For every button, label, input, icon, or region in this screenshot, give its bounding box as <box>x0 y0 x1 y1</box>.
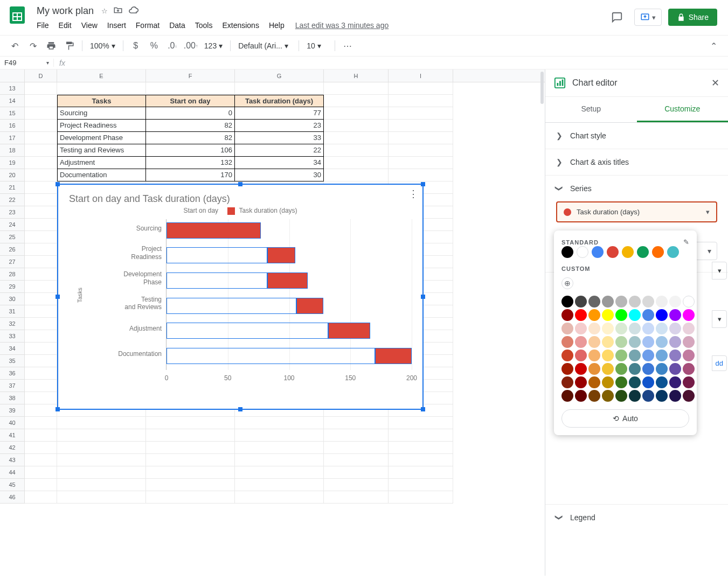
cell[interactable] <box>57 454 146 466</box>
cell[interactable] <box>25 355 57 367</box>
chart-menu-icon[interactable]: ⋮ <box>408 188 418 200</box>
cell[interactable] <box>389 107 453 120</box>
row-header[interactable]: 18 <box>0 144 25 157</box>
cell[interactable] <box>235 417 324 429</box>
color-swatch[interactable] <box>575 309 587 321</box>
cell[interactable]: 0 <box>146 107 235 120</box>
cell[interactable]: 77 <box>235 107 324 120</box>
row-header[interactable]: 34 <box>0 343 25 355</box>
cell[interactable] <box>324 417 389 429</box>
cell[interactable] <box>389 82 453 95</box>
add-button[interactable]: dd <box>712 355 727 371</box>
row-header[interactable]: 21 <box>0 181 25 194</box>
row-header[interactable]: 29 <box>0 281 25 293</box>
comments-icon[interactable] <box>606 6 628 28</box>
color-swatch[interactable] <box>561 376 573 388</box>
color-swatch[interactable] <box>656 309 668 321</box>
cell[interactable] <box>25 132 57 144</box>
color-swatch[interactable] <box>683 309 695 321</box>
cell[interactable] <box>57 466 146 479</box>
cell[interactable] <box>57 442 146 454</box>
color-swatch[interactable] <box>629 323 641 334</box>
percent-icon[interactable]: % <box>146 38 162 54</box>
row-header[interactable]: 45 <box>0 479 25 491</box>
color-swatch[interactable] <box>588 309 600 321</box>
bar-segment[interactable] <box>167 348 375 364</box>
color-swatch[interactable] <box>602 296 614 308</box>
cell[interactable] <box>25 305 57 318</box>
cell[interactable] <box>146 466 235 479</box>
color-swatch[interactable] <box>577 246 588 258</box>
cell[interactable]: Tasks <box>57 95 146 107</box>
color-swatch[interactable] <box>683 296 695 308</box>
color-swatch[interactable] <box>656 350 668 361</box>
move-icon[interactable] <box>113 5 123 17</box>
cell[interactable] <box>324 107 389 120</box>
cell[interactable]: Task duration (days) <box>235 95 324 107</box>
font-select[interactable]: Default (Ari...▾ <box>235 39 294 52</box>
row-header[interactable]: 22 <box>0 194 25 206</box>
cell[interactable] <box>146 491 235 504</box>
cell[interactable] <box>235 429 324 442</box>
color-swatch[interactable] <box>588 376 600 388</box>
cell[interactable]: Adjustment <box>57 157 146 169</box>
edit-icon[interactable]: ✎ <box>683 238 689 246</box>
row-header[interactable]: 40 <box>0 417 25 429</box>
color-swatch[interactable] <box>575 323 587 334</box>
cell[interactable]: 34 <box>235 157 324 169</box>
color-swatch[interactable] <box>615 390 627 402</box>
color-swatch[interactable] <box>588 390 600 402</box>
row-header[interactable]: 33 <box>0 330 25 343</box>
more-icon[interactable]: ⋯ <box>339 38 356 54</box>
color-swatch[interactable] <box>642 376 654 388</box>
cell[interactable] <box>146 442 235 454</box>
color-swatch[interactable] <box>629 296 641 308</box>
color-swatch[interactable] <box>575 363 587 375</box>
color-swatch[interactable] <box>575 350 587 361</box>
sheets-logo-icon[interactable] <box>6 4 28 26</box>
cell[interactable] <box>389 479 453 491</box>
cloud-status-icon[interactable] <box>128 5 139 17</box>
tab-customize[interactable]: Customize <box>637 97 729 122</box>
cell[interactable]: 132 <box>146 157 235 169</box>
color-swatch[interactable] <box>575 390 587 402</box>
color-swatch[interactable] <box>602 350 614 361</box>
resize-handle[interactable] <box>56 407 60 411</box>
color-swatch[interactable] <box>642 363 654 375</box>
partial-dropdown[interactable]: ▾ <box>712 262 727 279</box>
color-swatch[interactable] <box>615 336 627 348</box>
cell[interactable] <box>25 281 57 293</box>
col-header[interactable]: D <box>25 69 57 82</box>
color-swatch[interactable] <box>642 323 654 334</box>
color-swatch[interactable] <box>602 376 614 388</box>
row-header[interactable]: 25 <box>0 231 25 243</box>
tab-setup[interactable]: Setup <box>545 97 637 122</box>
cell[interactable] <box>146 417 235 429</box>
cell[interactable] <box>389 95 453 107</box>
row-header[interactable]: 31 <box>0 305 25 318</box>
bar-segment[interactable] <box>296 298 323 314</box>
col-header[interactable]: H <box>324 69 389 82</box>
bar-segment[interactable] <box>167 222 261 239</box>
cell[interactable] <box>324 454 389 466</box>
color-swatch[interactable] <box>629 363 641 375</box>
cell[interactable] <box>57 479 146 491</box>
cell[interactable] <box>25 380 57 392</box>
color-swatch[interactable] <box>642 309 654 321</box>
last-edit-link[interactable]: Last edit was 3 minutes ago <box>295 21 389 30</box>
cell[interactable] <box>25 367 57 380</box>
cell[interactable] <box>25 95 57 107</box>
row-header[interactable]: 36 <box>0 367 25 380</box>
color-swatch[interactable] <box>561 309 573 321</box>
row-header[interactable]: 24 <box>0 219 25 231</box>
cell[interactable] <box>389 442 453 454</box>
color-swatch[interactable] <box>656 376 668 388</box>
color-swatch[interactable] <box>637 246 649 258</box>
cell[interactable] <box>235 454 324 466</box>
menu-insert[interactable]: Insert <box>103 19 130 32</box>
share-button[interactable]: Share <box>668 9 717 26</box>
paint-format-icon[interactable] <box>61 38 78 54</box>
cell[interactable] <box>25 392 57 404</box>
col-header[interactable]: F <box>146 69 235 82</box>
color-swatch[interactable] <box>683 390 695 402</box>
